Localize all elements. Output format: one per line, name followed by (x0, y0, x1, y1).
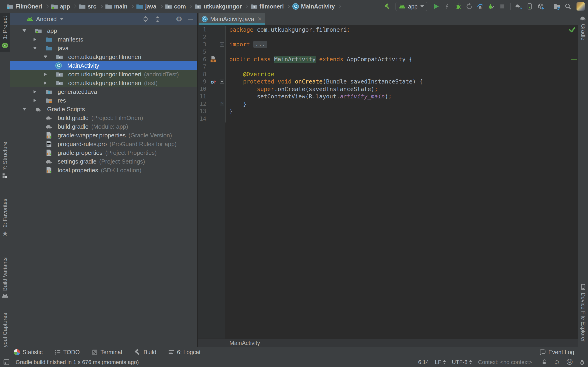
tree-item-build-gradle[interactable]: build.gradle(Project: FilmOneri) (10, 114, 197, 122)
breadcrumb-item-main[interactable]: main (105, 3, 128, 10)
tree-item-gradle-properties[interactable]: gradle.properties(Project Properties) (10, 148, 197, 157)
code-editor[interactable]: 1package com.utkuakgungor.filmoneri;23+i… (198, 25, 578, 339)
code-line[interactable]: 2 (198, 33, 578, 41)
tree-expand-arrow[interactable] (42, 81, 49, 85)
collapse-all-icon[interactable] (154, 16, 161, 22)
unlocked-padlock-icon[interactable] (541, 359, 547, 365)
emulator-icon[interactable] (579, 359, 585, 365)
tree-item-com-utkuakgungor-filmoneri[interactable]: com.utkuakgungor.filmoneri (10, 52, 197, 61)
tool-window-stub--project[interactable]: 1: Project (0, 13, 10, 52)
tree-item-build-gradle[interactable]: build.gradle(Module: app) (10, 122, 197, 131)
tree-item-proguard-rules-pro[interactable]: proguard-rules.pro(ProGuard Rules for ap… (10, 140, 197, 148)
tool-window-stub-gradle[interactable]: Gradle (578, 15, 588, 40)
breadcrumb-item-utkuakgungor[interactable]: utkuakgungor (195, 3, 242, 10)
sad-feedback-icon[interactable]: ☹ (566, 359, 573, 365)
line-separator-widget[interactable]: LF (435, 359, 446, 365)
tool-window-button-todo[interactable]: TODO (55, 349, 80, 356)
tree-item-gradle-wrapper-properties[interactable]: gradle-wrapper.properties(Gradle Version… (10, 131, 197, 140)
tool-window-button-terminal[interactable]: Terminal (92, 349, 122, 356)
search-everywhere-button[interactable] (563, 2, 573, 11)
tree-expand-arrow[interactable] (20, 29, 28, 32)
hide-icon[interactable]: ─ (188, 16, 193, 23)
event-log-button[interactable]: Event Log (539, 349, 574, 356)
tool-window-toggle-icon[interactable] (3, 359, 10, 365)
editor-breadcrumb[interactable]: MainActivity (198, 339, 578, 347)
fold-expand-icon[interactable]: + (220, 42, 224, 47)
breadcrumb-item-src[interactable]: src (79, 3, 96, 10)
tree-expand-arrow[interactable] (42, 73, 49, 76)
tool-window-stub-device-file-explorer[interactable]: Device File Explorer (578, 284, 588, 342)
chevron-down-icon[interactable] (60, 18, 64, 20)
tree-item-java[interactable]: java (10, 44, 197, 52)
code-line[interactable]: 11 setContentView(R.layout.activity_main… (198, 93, 578, 100)
layout-file-gutter-icon[interactable]: <> (210, 56, 216, 63)
tool-window-button-statistic[interactable]: Statistic (14, 349, 43, 356)
tree-expand-arrow[interactable] (20, 108, 28, 110)
run-configuration-select[interactable]: app (396, 2, 427, 11)
breadcrumb-item-filmoneri[interactable]: filmoneri (251, 3, 284, 10)
tool-window-button-build[interactable]: Build (134, 349, 156, 356)
tree-item-gradle-scripts[interactable]: Gradle Scripts (10, 105, 197, 114)
sync-gradle-button[interactable] (514, 2, 523, 11)
inspection-ok-icon[interactable] (569, 27, 575, 34)
happy-feedback-icon[interactable]: ☺ (553, 359, 560, 365)
tree-item-manifests[interactable]: manifests (10, 35, 197, 44)
tool-window-stub--structure[interactable]: 7: Structure (0, 139, 10, 182)
code-line[interactable]: 12^ } (198, 100, 578, 108)
tool-window-stub-build-variants[interactable]: Build Variants (0, 255, 10, 301)
stop-button[interactable] (498, 2, 507, 11)
tree-item-generatedjava[interactable]: generatedJava (10, 87, 197, 96)
breadcrumb-item-com[interactable]: com (165, 3, 186, 10)
tree-expand-arrow[interactable] (31, 90, 39, 93)
tree-expand-arrow[interactable] (42, 56, 49, 58)
code-line[interactable]: 3+import ... (198, 41, 578, 48)
tree-item-local-properties[interactable]: local.properties(SDK Location) (10, 166, 197, 175)
tree-expand-arrow[interactable] (31, 47, 39, 50)
tree-item-app[interactable]: app (10, 26, 197, 35)
breadcrumb-item-filmoneri[interactable]: FilmOneri (6, 3, 42, 10)
run-button[interactable] (431, 2, 441, 11)
caret-position-widget[interactable]: 6:14 (418, 359, 429, 365)
breadcrumb-item-mainactivity[interactable]: CMainActivity (292, 3, 335, 10)
build-button[interactable] (383, 2, 392, 11)
tool-window-button--logcat[interactable]: 6: Logcat (168, 349, 200, 356)
tree-item-mainactivity[interactable]: CMainActivity (10, 61, 197, 70)
tool-window-stub--favorites[interactable]: 2: Favorites★ (0, 196, 10, 240)
close-icon[interactable]: ✕ (258, 16, 262, 22)
encoding-widget[interactable]: UTF-8 (452, 359, 472, 365)
attach-debugger-button[interactable] (486, 2, 496, 11)
tree-item-com-utkuakgungor-filmoneri[interactable]: com.utkuakgungor.filmoneri(test) (10, 79, 197, 87)
debug-button[interactable] (453, 2, 463, 11)
code-line[interactable]: 10 super.onCreate(savedInstanceState); (198, 85, 578, 93)
user-avatar-icon[interactable] (574, 2, 585, 10)
tree-expand-arrow[interactable] (31, 99, 39, 102)
sdk-manager-button[interactable] (536, 2, 545, 11)
code-line[interactable]: 9− protected void onCreate(Bundle savedI… (198, 78, 578, 85)
tree-item-com-utkuakgungor-filmoneri[interactable]: com.utkuakgungor.filmoneri(androidTest) (10, 70, 197, 79)
tree-item-res[interactable]: res (10, 96, 197, 105)
settings-icon[interactable]: ⚙ (176, 15, 182, 23)
run-with-coverage-button[interactable] (464, 2, 474, 11)
code-line[interactable]: 13} (198, 108, 578, 115)
code-line[interactable]: 5 (198, 48, 578, 56)
project-structure-button[interactable] (552, 2, 562, 11)
apply-changes-button[interactable] (442, 2, 452, 11)
project-view-selector[interactable]: Android (36, 16, 57, 23)
locate-icon[interactable] (142, 16, 149, 22)
code-line[interactable]: 6<>public class MainActivity extends App… (198, 56, 578, 63)
context-widget[interactable]: Context: <no context> (478, 359, 532, 365)
code-line[interactable]: 1package com.utkuakgungor.filmoneri; (198, 26, 578, 33)
overrides-gutter-icon[interactable] (210, 79, 216, 85)
error-stripe-change-mark[interactable] (571, 59, 577, 60)
code-line[interactable]: 8 @Override (198, 70, 578, 78)
fold-end-icon[interactable]: ^ (220, 102, 224, 106)
breadcrumb-item-app[interactable]: app (51, 3, 70, 10)
fold-collapse-icon[interactable]: − (220, 80, 224, 84)
code-line[interactable]: 14 (198, 115, 578, 123)
avd-manager-button[interactable] (525, 2, 535, 11)
breadcrumb-item-java[interactable]: java (136, 3, 156, 10)
profiler-button[interactable]: a (476, 2, 485, 11)
tree-expand-arrow[interactable] (31, 38, 39, 41)
code-line[interactable]: 7 (198, 63, 578, 70)
tab-mainactivity-java[interactable]: C MainActivity.java ✕ (199, 13, 265, 25)
